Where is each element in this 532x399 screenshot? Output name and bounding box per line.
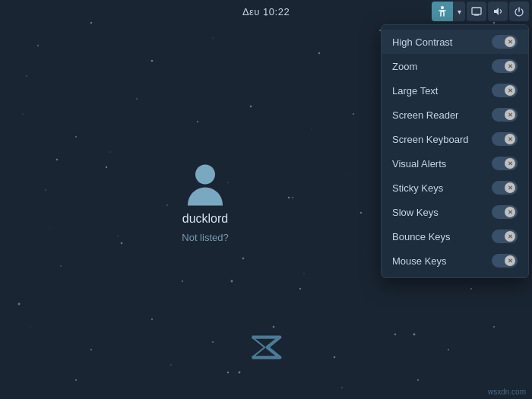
dropdown-item-label: Large Text (392, 85, 438, 97)
toggle-knob: ✕ (505, 85, 515, 96)
dropdown-item-zoom[interactable]: Zoom✕ (382, 54, 528, 78)
dropdown-item-sticky-keys[interactable]: Sticky Keys✕ (382, 176, 528, 200)
accessibility-dropdown: High Contrast✕Zoom✕Large Text✕Screen Rea… (381, 24, 529, 278)
dropdown-item-label: Sticky Keys (392, 182, 443, 194)
dropdown-item-label: Screen Keyboard (392, 134, 468, 145)
dropdown-item-label: Bounce Keys (392, 231, 451, 242)
dropdown-item-visual-alerts[interactable]: Visual Alerts✕ (382, 151, 528, 176)
accessibility-dropdown-arrow[interactable]: ▾ (453, 2, 465, 21)
dropdown-item-large-text[interactable]: Large Text✕ (382, 78, 528, 103)
toggle-knob: ✕ (505, 231, 515, 242)
avatar-head (195, 164, 215, 184)
toggle-screen-reader[interactable]: ✕ (492, 108, 518, 122)
not-listed-link[interactable]: Not listed? (182, 231, 228, 242)
toggle-knob: ✕ (505, 134, 515, 144)
toggle-high-contrast[interactable]: ✕ (492, 35, 518, 49)
avatar-body (188, 187, 223, 205)
dropdown-item-screen-reader[interactable]: Screen Reader✕ (382, 103, 528, 127)
topbar-right-controls: ▾ (432, 0, 529, 23)
dropdown-item-screen-keyboard[interactable]: Screen Keyboard✕ (382, 127, 528, 151)
accessibility-menu-button[interactable]: ▾ (432, 2, 465, 21)
dropdown-item-label: High Contrast (392, 36, 452, 48)
toggle-large-text[interactable]: ✕ (492, 84, 518, 97)
dropdown-item-label: Visual Alerts (392, 158, 446, 169)
toggle-slow-keys[interactable]: ✕ (492, 205, 518, 219)
toggle-knob: ✕ (505, 182, 515, 193)
svg-rect-1 (472, 8, 481, 14)
dropdown-item-bounce-keys[interactable]: Bounce Keys✕ (382, 224, 528, 249)
toggle-knob: ✕ (505, 61, 515, 71)
svg-point-0 (441, 6, 444, 9)
toggle-screen-keyboard[interactable]: ✕ (492, 132, 518, 146)
watermark: wsxdn.com (488, 388, 526, 396)
power-button[interactable] (509, 2, 529, 21)
screen-button[interactable] (467, 2, 486, 21)
toggle-knob: ✕ (505, 109, 515, 120)
login-area: ducklord Not listed? (181, 157, 230, 242)
dropdown-item-label: Screen Reader (392, 109, 458, 121)
toggle-visual-alerts[interactable]: ✕ (492, 157, 518, 170)
toggle-knob: ✕ (505, 158, 515, 169)
accessibility-icon (432, 2, 453, 21)
svg-marker-4 (494, 8, 499, 15)
toggle-knob: ✕ (505, 255, 515, 266)
avatar[interactable] (181, 157, 230, 205)
dropdown-item-high-contrast[interactable]: High Contrast✕ (382, 30, 528, 54)
toggle-bounce-keys[interactable]: ✕ (492, 230, 518, 243)
toggle-zoom[interactable]: ✕ (492, 59, 518, 73)
dropdown-item-slow-keys[interactable]: Slow Keys✕ (382, 200, 528, 224)
toggle-mouse-keys[interactable]: ✕ (492, 254, 518, 268)
toggle-knob: ✕ (505, 207, 515, 217)
username-label[interactable]: ducklord (182, 211, 228, 225)
dropdown-item-label: Slow Keys (392, 207, 439, 218)
dropdown-item-label: Mouse Keys (392, 255, 447, 267)
clock: Δευ 10:22 (242, 6, 290, 17)
volume-button[interactable] (488, 2, 508, 21)
zorin-logo (247, 332, 285, 363)
dropdown-item-label: Zoom (392, 61, 417, 72)
toggle-sticky-keys[interactable]: ✕ (492, 181, 518, 195)
dropdown-item-mouse-keys[interactable]: Mouse Keys✕ (382, 249, 528, 273)
topbar: Δευ 10:22 ▾ (0, 0, 532, 23)
toggle-knob: ✕ (505, 36, 515, 47)
